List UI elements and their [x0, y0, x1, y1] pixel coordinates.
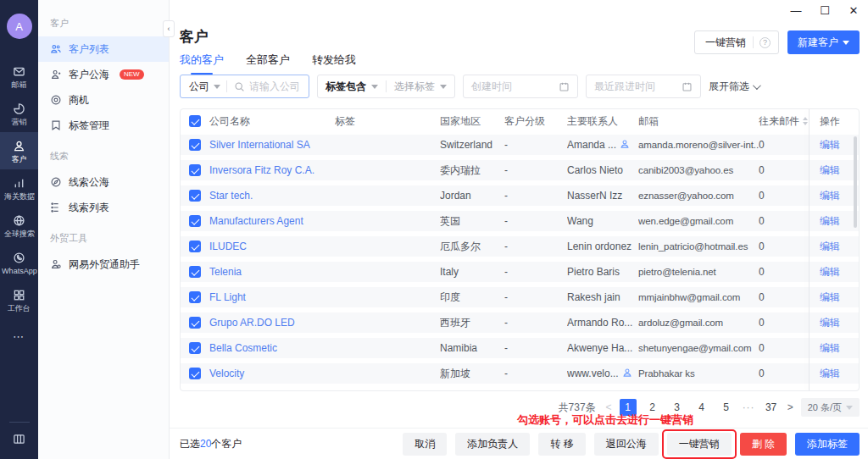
select-all-checkbox[interactable]: [189, 115, 201, 127]
sidebar-item-opportunity[interactable]: 商机: [38, 87, 169, 113]
row-checkbox[interactable]: [189, 139, 201, 151]
company-link[interactable]: Velocity: [209, 368, 244, 379]
last-followup-time-picker[interactable]: 最近跟进时间: [586, 75, 701, 98]
bulk-button-2[interactable]: 转 移: [538, 433, 585, 456]
maximize-icon[interactable]: ☐: [817, 3, 832, 18]
contact-person-icon[interactable]: [622, 368, 632, 380]
chevron-down-icon: [214, 85, 220, 89]
mails-count-cell: 0: [759, 342, 811, 354]
sidebar-item-tag-management[interactable]: 标签管理: [38, 113, 169, 138]
edit-link[interactable]: 编辑: [820, 342, 840, 354]
company-link[interactable]: Grupo AR.DO LED: [209, 317, 295, 329]
sidebar-item-waimaotong-assistant[interactable]: 网易外贸通助手: [38, 252, 169, 277]
created-time-picker[interactable]: 创建时间: [463, 75, 578, 98]
bulk-action-bar: 已选20个客户 取消添加负责人转 移退回公海一键营销删 除添加标签: [170, 428, 868, 459]
tag-mode-select[interactable]: 标签包含: [318, 80, 386, 94]
edit-link[interactable]: 编辑: [820, 190, 840, 202]
edit-link[interactable]: 编辑: [820, 317, 840, 329]
company-link[interactable]: FL Light: [209, 291, 246, 303]
table-row: FL Light印度-Rakesh jainmmjainbhw@gmail.co…: [181, 287, 859, 307]
company-link[interactable]: Bella Cosmetic: [209, 342, 277, 354]
help-icon[interactable]: ?: [754, 36, 778, 48]
rail-item-marketing[interactable]: 营销: [0, 95, 38, 132]
sidebar-item-customer-list[interactable]: 客户列表: [38, 36, 169, 62]
company-cell: Grupo AR.DO LED: [209, 317, 335, 329]
sidebar-item-leads-list[interactable]: 线索列表: [38, 195, 169, 220]
row-checkbox[interactable]: [189, 190, 201, 202]
company-link[interactable]: Manufacturers Agent: [209, 215, 303, 227]
rail-item-label: 邮箱: [11, 80, 26, 89]
edit-link[interactable]: 编辑: [820, 139, 840, 151]
country-cell: 委内瑞拉: [440, 163, 504, 178]
pagination-prev-icon[interactable]: <: [606, 401, 612, 413]
row-checkbox[interactable]: [189, 291, 201, 303]
rail-item-customs-data[interactable]: 海关数据: [0, 169, 38, 207]
edit-link[interactable]: 编辑: [820, 215, 840, 227]
rail-item-customer[interactable]: 客户: [0, 132, 38, 169]
sidebar-item-leads-pool[interactable]: 线索公海: [38, 169, 169, 195]
row-checkbox[interactable]: [189, 342, 201, 354]
more-icon[interactable]: ⋯: [13, 330, 25, 343]
country-cell: Italy: [440, 266, 504, 278]
company-search-input[interactable]: 请输入公司: [227, 80, 300, 94]
company-link[interactable]: Telenia: [209, 266, 242, 278]
table-row: Bella CosmeticNamibia-Akwenye Ha...shetu…: [181, 338, 859, 358]
vertical-scrollbar[interactable]: [854, 136, 857, 228]
sort-icon[interactable]: [803, 117, 808, 125]
sidebar-collapse-button[interactable]: ‹: [163, 20, 175, 37]
company-link[interactable]: Silver International SA: [209, 139, 310, 151]
row-checkbox[interactable]: [189, 368, 201, 379]
tag-select[interactable]: 选择标签: [387, 80, 454, 94]
tab-forwarded[interactable]: 转发给我: [312, 53, 356, 75]
rail-item-workbench[interactable]: 工作台: [0, 281, 38, 318]
collapse-panel-icon[interactable]: [13, 433, 25, 449]
edit-link[interactable]: 编辑: [820, 291, 840, 303]
row-checkbox[interactable]: [189, 317, 201, 329]
country-cell: Switzerland: [440, 139, 504, 151]
pagination-next-icon[interactable]: >: [787, 401, 793, 413]
rail-item-whatsapp[interactable]: WhatsApp: [0, 244, 38, 281]
row-checkbox[interactable]: [189, 164, 201, 176]
new-badge: NEW: [120, 69, 144, 80]
new-customer-button[interactable]: 新建客户: [787, 30, 860, 54]
edit-link[interactable]: 编辑: [820, 266, 840, 278]
rail-divider: [9, 422, 30, 423]
pagination-page-4[interactable]: 4: [693, 399, 710, 416]
one-click-marketing-button[interactable]: 一键营销 ?: [694, 30, 779, 54]
pagination-page-5[interactable]: 5: [718, 399, 735, 416]
company-field-select[interactable]: 公司: [181, 80, 226, 94]
sidebar-item-label: 客户公海: [69, 68, 109, 82]
company-link[interactable]: Inversora Fitz Roy C.A.: [209, 164, 314, 176]
rail-item-global-search[interactable]: 全球搜索: [0, 207, 38, 244]
rail-item-mail[interactable]: 邮箱: [0, 58, 38, 95]
edit-link[interactable]: 编辑: [820, 241, 840, 252]
tab-all-customers[interactable]: 全部客户: [246, 53, 290, 75]
page-size-select[interactable]: 20 条/页: [801, 398, 860, 417]
customer-table: 公司名称 标签 国家地区 客户分级 主要联系人 邮箱 往来邮件 操作 Silve…: [180, 108, 860, 391]
avatar[interactable]: A: [7, 14, 32, 39]
contact-person-icon[interactable]: [620, 139, 630, 152]
edit-link[interactable]: 编辑: [820, 368, 840, 379]
close-icon[interactable]: ✕: [846, 3, 861, 18]
edit-link[interactable]: 编辑: [820, 164, 840, 176]
row-checkbox[interactable]: [189, 266, 201, 278]
pagination-ellipsis: ···: [743, 401, 755, 413]
bulk-button-5[interactable]: 删 除: [740, 433, 787, 456]
sidebar-item-customer-pool[interactable]: 客户公海NEW: [38, 62, 169, 87]
company-link[interactable]: Star tech.: [209, 190, 253, 202]
row-checkbox[interactable]: [189, 241, 201, 252]
expand-filters-link[interactable]: 展开筛选: [709, 80, 759, 94]
pagination-page-37[interactable]: 37: [763, 399, 780, 416]
bulk-button-3[interactable]: 退回公海: [594, 433, 659, 456]
leads-list-icon: [50, 202, 62, 213]
company-link[interactable]: ILUDEC: [209, 241, 247, 252]
minimize-icon[interactable]: —: [788, 3, 804, 18]
row-checkbox[interactable]: [189, 215, 201, 227]
tab-my-customers[interactable]: 我的客户: [180, 53, 224, 75]
bulk-button-0[interactable]: 取消: [403, 433, 447, 456]
bulk-button-1[interactable]: 添加负责人: [455, 433, 530, 456]
bulk-button-4[interactable]: 一键营销: [667, 433, 732, 456]
bulk-button-6[interactable]: 添加标签: [795, 433, 860, 456]
table-row: TeleniaItaly-Pietro Barispietro@telenia.…: [181, 262, 859, 282]
row-checkbox-cell: [181, 215, 209, 227]
